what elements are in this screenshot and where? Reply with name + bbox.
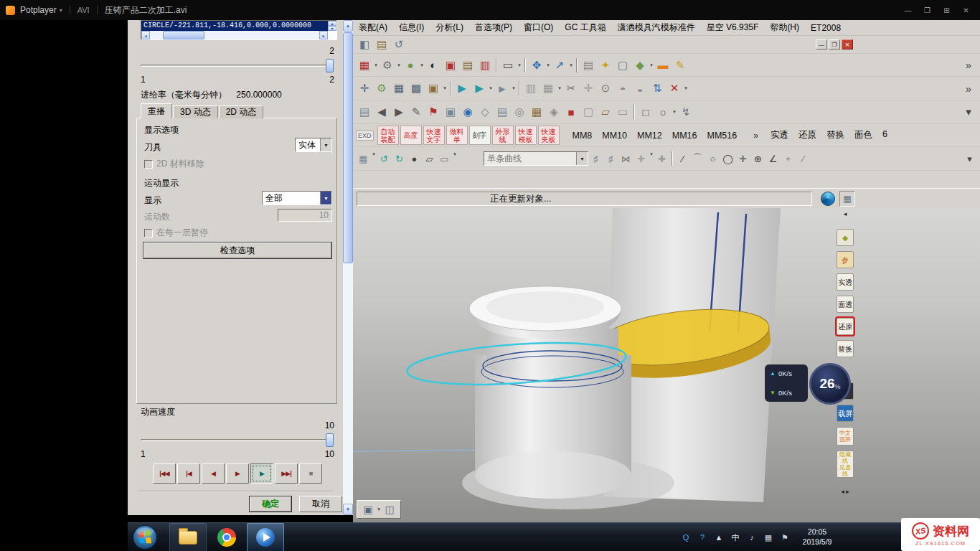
gray-play-icon[interactable]: ► [494, 80, 511, 97]
speed-slider-track[interactable] [141, 439, 334, 441]
snap-grid2-icon[interactable]: ♯ [603, 151, 618, 166]
half-shade-top-icon[interactable]: ◓ [614, 80, 631, 97]
parallelogram-icon[interactable]: ▱ [422, 151, 437, 166]
taskbar-player-button[interactable] [247, 523, 284, 551]
forward-arrow-icon[interactable]: ▶ [390, 103, 407, 121]
back-arrow-icon[interactable]: ◀ [373, 103, 390, 121]
volume-icon[interactable]: ♪ [745, 533, 759, 542]
menu-item[interactable]: 窗口(O) [518, 22, 559, 34]
view-mode-button[interactable]: 实透 [765, 128, 793, 143]
trim-icon[interactable]: ▥ [522, 80, 540, 97]
scroll-up-icon[interactable]: ▴ [328, 21, 336, 26]
quick-template-button[interactable]: 快速 模板 [515, 126, 537, 145]
circle-plus-icon[interactable]: ⊕ [750, 151, 765, 166]
auto-assembly-button[interactable]: 自动 装配 [377, 126, 399, 145]
window-box-icon[interactable]: ▢ [614, 57, 631, 74]
drawer-icon[interactable]: ▦ [528, 103, 545, 121]
scroll-right-icon[interactable]: ▸ [319, 31, 328, 39]
player-close-button[interactable]: ✕ [956, 4, 976, 17]
point-icon[interactable]: ● [407, 151, 422, 166]
dialog-tab[interactable]: 3D 动态 [173, 105, 218, 118]
sketch-pen-icon[interactable]: ✎ [407, 103, 425, 121]
dropdown-arrow-icon[interactable]: ▾ [419, 62, 425, 68]
scroll-up-icon[interactable]: ▴ [343, 20, 353, 32]
sim-play-icon[interactable]: ▶ [453, 80, 471, 97]
dashed-rect-icon[interactable]: ▭ [437, 151, 452, 166]
nx-minimize-button[interactable]: — [816, 39, 827, 50]
taskbar-clock[interactable]: 20:05 2019/5/9 [795, 527, 839, 547]
mm-size-button[interactable]: MM516 [702, 129, 743, 142]
speed-slider[interactable] [141, 433, 334, 448]
play-backward-button[interactable]: ◀ [202, 463, 225, 484]
offset-icon[interactable]: ↗ [551, 57, 568, 74]
hidden-line-button[interactable]: 隐藏线 见虚线 [837, 451, 854, 478]
dropdown-arrow-icon[interactable]: ▾ [545, 62, 551, 68]
sim-play2-icon[interactable]: ▶ [471, 80, 488, 97]
extend-icon[interactable]: ▦ [540, 80, 557, 97]
hatch-icon[interactable]: ▩ [407, 80, 425, 97]
help-tray-icon[interactable]: ? [695, 533, 710, 542]
orange-bar-icon[interactable]: ▬ [654, 57, 672, 74]
player-titlebar[interactable]: Potplayer ▾ AVI 压铸产品二次加工.avi —❐⊞✕ [0, 0, 980, 20]
gcode-listbox[interactable]: CIRCLE/-221.811,-18.416,0.000,0.0000000 … [141, 20, 337, 40]
slab-icon[interactable]: ▭ [614, 103, 631, 121]
hscroll-thumb[interactable] [163, 31, 204, 39]
green-gear-icon[interactable]: ⚙ [373, 80, 390, 97]
grid-settings-icon[interactable]: ▦ [356, 151, 371, 166]
play-forward-button[interactable]: ▶ [226, 463, 249, 484]
scroll-down-icon[interactable]: ▾ [328, 26, 336, 31]
dropdown-arrow-icon[interactable]: ▾ [373, 62, 379, 68]
move-face-icon[interactable]: ✥ [528, 57, 545, 74]
nx-restore-button[interactable]: ❐ [829, 39, 840, 50]
quick-text-button[interactable]: 快速 文字 [423, 126, 445, 145]
redo-icon[interactable]: ↻ [392, 151, 407, 166]
stack-icon[interactable]: ▤ [494, 103, 511, 121]
material-removal-checkbox[interactable]: 2D 材料移除 [144, 158, 204, 170]
outline-button[interactable]: 外形 线 [492, 126, 514, 145]
ghost-box-icon[interactable]: ▢ [580, 103, 597, 121]
dropdown-arrow-icon[interactable]: ▾ [649, 151, 654, 166]
view-mode-button[interactable]: 面色 [849, 128, 877, 143]
listbox-hscrollbar[interactable]: ◂ ▸ [141, 31, 328, 39]
mm-size-button[interactable]: MM12 [632, 129, 667, 142]
gear-icon[interactable]: ⚙ [379, 57, 396, 74]
network-icon[interactable]: ▦ [761, 533, 776, 542]
scroll-down-icon[interactable]: ▾ [343, 504, 353, 515]
menu-item[interactable]: 装配(A) [353, 22, 393, 34]
history-icon[interactable]: ↺ [390, 36, 407, 53]
quick-clamp-button[interactable]: 快速 夹板 [538, 126, 560, 145]
vscroll-thumb[interactable] [343, 32, 353, 263]
green-gem-icon[interactable]: ◆ [631, 57, 649, 74]
arc-icon[interactable]: ⌒ [690, 151, 705, 166]
circle-icon[interactable]: ○ [705, 151, 720, 166]
menu-item[interactable]: ET2008 [805, 23, 847, 33]
part-navigator-icon[interactable]: ◧ [356, 36, 373, 53]
dropdown-arrow-icon[interactable]: ▾ [672, 109, 677, 115]
face-translucent-button[interactable]: 面透 [837, 296, 854, 313]
mm-size-button[interactable]: MM10 [597, 129, 632, 142]
stop-button[interactable]: ■ [299, 463, 322, 484]
view-mode-button[interactable]: 替换 [821, 128, 849, 143]
row-overflow-icon[interactable]: » [960, 57, 977, 74]
probe-icon[interactable]: ⊙ [597, 80, 614, 97]
status-panel-icon[interactable]: ▦ [839, 191, 855, 207]
row-overflow-icon[interactable]: ▾ [962, 151, 977, 166]
gem-icon[interactable]: ◈ [545, 103, 562, 121]
player-menu-caret-icon[interactable]: ▾ [60, 7, 62, 14]
red-square-icon[interactable]: ■ [562, 103, 580, 121]
panel-icon[interactable]: ▣ [442, 103, 459, 121]
sheet-icon[interactable]: ▦ [356, 57, 373, 74]
dropdown-arrow-icon[interactable]: ▾ [517, 62, 522, 68]
half-shade-bottom-icon[interactable]: ◒ [631, 80, 649, 97]
menu-item[interactable]: 首选项(P) [469, 22, 518, 34]
cross-icon[interactable]: ✛ [735, 151, 750, 166]
qq-tray-icon[interactable]: Q [679, 533, 693, 542]
start-button[interactable] [132, 524, 158, 550]
dropdown-arrow-icon[interactable]: ▾ [568, 62, 574, 68]
chinese-layer-button[interactable]: 中文 面层 [837, 427, 854, 446]
input-method-icon[interactable]: 中 [728, 532, 743, 543]
reference-tool-icon[interactable]: 参 [837, 251, 854, 268]
play-active-button[interactable]: ▶ [250, 463, 273, 484]
gcode-line-selected[interactable]: CIRCLE/-221.811,-18.416,0.000,0.0000000 [141, 21, 328, 31]
slash-icon[interactable]: ∕ [796, 151, 811, 166]
